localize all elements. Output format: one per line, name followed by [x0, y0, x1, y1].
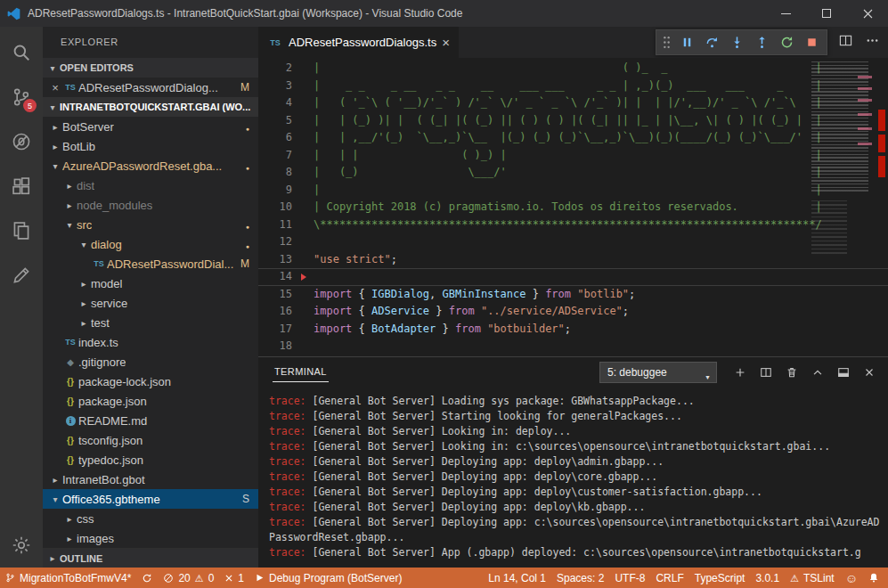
maximize-panel-button[interactable] [810, 364, 826, 380]
code-line[interactable]: 12 [258, 233, 888, 251]
code-line[interactable]: 4| ( '_`\ ( '__)/'_` ) /'_` \/' _ ` _ `\… [258, 94, 888, 112]
code-line[interactable]: 17import { BotAdapter } from "botbuilder… [258, 321, 888, 339]
close-window-button[interactable] [847, 0, 888, 27]
new-terminal-button[interactable] [732, 364, 748, 380]
split-terminal-button[interactable] [758, 364, 774, 380]
step-into-button[interactable] [726, 32, 747, 53]
indentation-indicator[interactable]: Spaces: 2 [551, 568, 609, 588]
tree-item[interactable]: BotServer [43, 117, 258, 136]
extra-indicator[interactable]: 1 [219, 568, 249, 588]
ts-file-icon [62, 83, 78, 92]
tree-item[interactable]: IntranetBot.gbot [43, 470, 258, 489]
tab-close-icon[interactable] [442, 35, 450, 50]
extensions-icon[interactable] [0, 164, 43, 208]
terminal-tab[interactable]: TERMINAL [273, 362, 329, 382]
code-line[interactable]: 9| | [258, 182, 888, 200]
outline-header[interactable]: OUTLINE [43, 548, 258, 568]
language-indicator[interactable]: TypeScript [689, 568, 751, 588]
tree-item[interactable]: images [43, 528, 258, 548]
open-editors-header[interactable]: OPEN EDITORS [43, 58, 258, 78]
activity-bar: 5 [0, 27, 43, 568]
tslint-indicator[interactable]: TSLint [785, 568, 840, 588]
terminal-output[interactable]: trace: [General Bot Server] Loading sys … [258, 387, 888, 568]
close-editor-icon[interactable] [48, 81, 62, 94]
git-branch-icon [5, 572, 15, 584]
cursor-position[interactable]: Ln 14, Col 1 [483, 568, 551, 588]
tree-item[interactable]: package.json [43, 391, 258, 411]
tree-item[interactable]: typedoc.json [43, 450, 258, 470]
open-editor-item[interactable]: ADResetPasswordDialog...M [43, 78, 258, 97]
tree-item[interactable]: AzureADPasswordReset.gba... [43, 156, 258, 176]
tree-item[interactable]: src [43, 215, 258, 234]
split-editor-button[interactable] [839, 34, 852, 51]
tree-item[interactable]: tsconfig.json [43, 430, 258, 450]
tree-item[interactable]: .gitignore [43, 352, 258, 372]
drag-handle-icon[interactable] [661, 32, 672, 53]
feedback-button[interactable] [840, 568, 863, 588]
code-line[interactable]: 6| | ,__/'(_) `\__,_)`\__ |(_) (_) (_)`\… [258, 129, 888, 147]
source-control-icon[interactable]: 5 [0, 75, 43, 119]
kill-terminal-button[interactable] [784, 364, 800, 380]
settings-gear-icon[interactable] [0, 523, 43, 568]
files-icon[interactable] [0, 208, 43, 253]
encoding-indicator[interactable]: UTF-8 [609, 568, 650, 588]
tree-item[interactable]: index.ts [43, 332, 258, 352]
x-icon [224, 574, 233, 583]
close-panel-button[interactable] [861, 364, 877, 380]
code-text: import { BotAdapter } from "botbuilder"; [314, 321, 571, 339]
step-out-button[interactable] [751, 32, 772, 53]
step-over-button[interactable] [701, 32, 722, 53]
minimize-button[interactable] [765, 0, 806, 27]
modified-dot-icon [246, 159, 249, 173]
tree-item[interactable]: Office365.gbthemeS [43, 489, 258, 509]
tree-item[interactable]: css [43, 509, 258, 528]
tree-item[interactable]: README.md [43, 411, 258, 430]
code-line[interactable]: 15import { IGBDialog, GBMinInstance } fr… [258, 286, 888, 304]
tree-item[interactable]: service [43, 293, 258, 313]
pause-button[interactable] [676, 32, 697, 53]
code-line[interactable]: 8| (_) \___/' | [258, 164, 888, 182]
vscode-window: ADResetPasswordDialogs.ts - IntranetBotQ… [0, 0, 888, 588]
eol-indicator[interactable]: CRLF [650, 568, 688, 588]
ts-version-indicator[interactable]: 3.0.1 [750, 568, 785, 588]
overview-ruler[interactable] [876, 58, 888, 356]
code-line[interactable]: 10| Copyright 2018 (c) pragmatismo.io. T… [258, 199, 888, 216]
git-branch-button[interactable]: MigrationToBotFmwV4* [0, 568, 136, 588]
tree-item[interactable]: dist [43, 176, 258, 195]
tab-adresetpassworddialogs[interactable]: ADResetPasswordDialogs.ts [258, 27, 459, 58]
code-line[interactable]: 2| ( )_ _ | [258, 60, 888, 78]
debug-icon[interactable] [0, 119, 43, 164]
code-line[interactable]: 13"use strict"; [258, 251, 888, 269]
tree-item[interactable]: test [43, 313, 258, 332]
tree-item[interactable]: BotLib [43, 136, 258, 156]
window-controls [765, 0, 888, 27]
code-line[interactable]: 3| _ _ _ __ _ _ __ ___ ___ _ _ | ,_)(_) … [258, 78, 888, 95]
code-line[interactable]: 5| | (_) )| | ( (_| |( (_) || ( ) ( ) |(… [258, 112, 888, 130]
panel-position-button[interactable] [835, 364, 851, 380]
tree-item-label: images [77, 532, 114, 545]
search-icon[interactable] [0, 30, 43, 75]
code-line[interactable]: 11\*************************************… [258, 216, 888, 234]
debug-status[interactable]: Debug Program (BotServer) [249, 568, 407, 588]
problems-button[interactable]: 20 0 [158, 568, 219, 588]
code-line[interactable]: 14 [258, 268, 888, 286]
code-editor[interactable]: 2| ( )_ _ |3| _ _ _ __ _ _ __ ___ ___ _ … [258, 58, 888, 356]
sync-button[interactable] [136, 568, 158, 588]
tree-item[interactable]: dialog [43, 234, 258, 254]
tree-item[interactable]: package-lock.json [43, 372, 258, 391]
code-line[interactable]: 7| | | ( )_) | | [258, 147, 888, 165]
terminal-selector[interactable]: 5: debuggee [599, 362, 717, 383]
restart-button[interactable] [776, 32, 797, 53]
notifications-button[interactable] [863, 568, 884, 588]
workspace-header[interactable]: INTRANETBOTQUICKSTART.GBAI (WO... [43, 97, 258, 117]
tree-item[interactable]: node_modules [43, 195, 258, 215]
more-actions-icon[interactable] [866, 34, 879, 51]
tree-item[interactable]: ADResetPasswordDial...M [43, 254, 258, 274]
edit-icon[interactable] [0, 253, 43, 298]
code-line[interactable]: 16import { ADService } from "../service/… [258, 303, 888, 321]
minimap[interactable] [808, 58, 876, 356]
stop-button[interactable] [801, 32, 822, 53]
tree-item[interactable]: model [43, 274, 258, 293]
maximize-button[interactable] [806, 0, 847, 27]
code-line[interactable]: 18 [258, 338, 888, 355]
